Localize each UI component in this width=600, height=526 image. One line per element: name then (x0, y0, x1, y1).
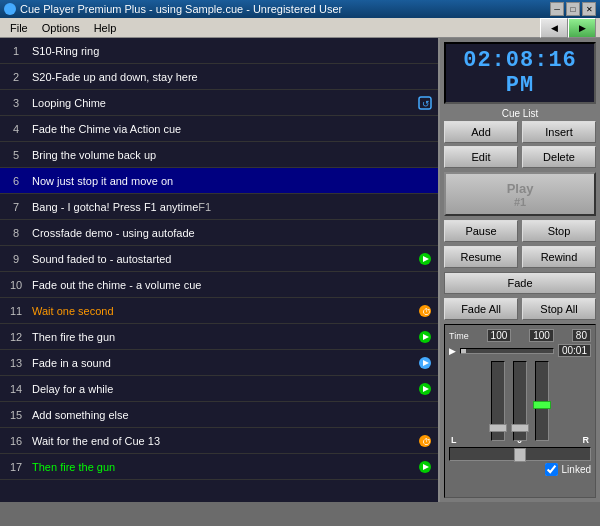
pause-button[interactable]: Pause (444, 220, 518, 242)
cue-row[interactable]: 10Fade out the chime - a volume cue (0, 272, 438, 298)
cue-number: 6 (0, 175, 28, 187)
cue-text: Add something else (28, 409, 416, 421)
cue-row[interactable]: 2S20-Fade up and down, stay here (0, 64, 438, 90)
clock-display: 02:08:16 PM (444, 42, 596, 104)
main-content: 1S10-Ring ring2S20-Fade up and down, sta… (0, 38, 600, 502)
cue-row[interactable]: 15Add something else (0, 402, 438, 428)
cue-text: Then fire the gun (28, 331, 416, 343)
play-button[interactable]: Play #1 (444, 172, 596, 216)
add-button[interactable]: Add (444, 121, 518, 143)
vol-slider-2[interactable] (513, 361, 527, 441)
insert-button[interactable]: Insert (522, 121, 596, 143)
cue-icon (416, 68, 434, 86)
cue-row[interactable]: 17Then fire the gun (0, 454, 438, 480)
cue-row[interactable]: 12Then fire the gun (0, 324, 438, 350)
cue-list-label: Cue List (444, 108, 596, 119)
cue-row[interactable]: 14Delay for a while (0, 376, 438, 402)
volume-sliders (449, 361, 591, 431)
title-text: Cue Player Premium Plus - using Sample.c… (20, 3, 342, 15)
cue-row[interactable]: 11Wait one second⏱ (0, 298, 438, 324)
time-val1: 100 (487, 329, 512, 342)
title-bar: Cue Player Premium Plus - using Sample.c… (0, 0, 600, 18)
minimize-button[interactable]: ─ (550, 2, 564, 16)
cue-number: 1 (0, 45, 28, 57)
transport-play[interactable]: ▶ (568, 18, 596, 38)
cue-text: S20-Fade up and down, stay here (28, 71, 416, 83)
time-row: Time 100 100 80 (449, 329, 591, 342)
cue-number: 5 (0, 149, 28, 161)
svg-text:⏱: ⏱ (422, 437, 431, 447)
left-label: L (451, 435, 457, 445)
cue-icon (416, 406, 434, 424)
cue-list-panel: 1S10-Ring ring2S20-Fade up and down, sta… (0, 38, 440, 502)
cue-row[interactable]: 8Crossfade demo - using autofade (0, 220, 438, 246)
close-button[interactable]: ✕ (582, 2, 596, 16)
cue-icon: ⏱ (416, 432, 434, 450)
cue-row[interactable]: 13Fade in a sound (0, 350, 438, 376)
cue-icon: ↺ (416, 94, 434, 112)
cue-number: 13 (0, 357, 28, 369)
vol-slider-1[interactable] (491, 361, 505, 441)
cue-icon (416, 198, 434, 216)
fade-all-button[interactable]: Fade All (444, 298, 518, 320)
stop-all-button[interactable]: Stop All (522, 298, 596, 320)
menu-help[interactable]: Help (88, 21, 123, 35)
linked-label: Linked (562, 464, 591, 475)
cue-number: 3 (0, 97, 28, 109)
right-label: R (582, 435, 589, 445)
cue-number: 9 (0, 253, 28, 265)
svg-text:↺: ↺ (422, 99, 430, 109)
svg-text:⏱: ⏱ (422, 307, 431, 317)
window-controls: ─ □ ✕ (550, 2, 596, 16)
time-progress-bar[interactable] (460, 348, 554, 354)
transport-back[interactable]: ◀ (540, 18, 568, 38)
fade-button[interactable]: Fade (444, 272, 596, 294)
app-icon (4, 3, 16, 15)
cue-row[interactable]: 5Bring the volume back up (0, 142, 438, 168)
cue-icon (416, 276, 434, 294)
play-row: Play #1 (444, 172, 596, 216)
cue-row[interactable]: 7Bang - I gotcha! Press F1 anytimeF1 (0, 194, 438, 220)
cue-row[interactable]: 9Sound faded to - autostarted (0, 246, 438, 272)
cue-icon (416, 172, 434, 190)
cue-number: 14 (0, 383, 28, 395)
menu-file[interactable]: File (4, 21, 34, 35)
time-val2: 100 (529, 329, 554, 342)
linked-checkbox[interactable] (545, 463, 558, 476)
fade-row: Fade (444, 272, 596, 294)
cue-text: Wait for the end of Cue 13 (28, 435, 416, 447)
vol-slider-3[interactable] (535, 361, 549, 441)
cue-row[interactable]: 1S10-Ring ring (0, 38, 438, 64)
right-panel: 02:08:16 PM Cue List Add Insert Edit Del… (440, 38, 600, 502)
cue-management-row2: Edit Delete (444, 146, 596, 168)
cue-number: 10 (0, 279, 28, 291)
cue-list-controls: Cue List Add Insert Edit Delete (444, 108, 596, 168)
vol-slider-3-wrap (535, 361, 549, 441)
edit-button[interactable]: Edit (444, 146, 518, 168)
cue-row[interactable]: 4Fade the Chime via Action cue (0, 116, 438, 142)
cue-number: 11 (0, 305, 28, 317)
linked-row: Linked (449, 463, 591, 476)
cue-row[interactable]: 3Looping Chime↺ (0, 90, 438, 116)
vol-slider-2-wrap (513, 361, 527, 441)
cue-number: 8 (0, 227, 28, 239)
time-val3: 80 (572, 329, 591, 342)
fade-stop-row: Fade All Stop All (444, 298, 596, 320)
rewind-button[interactable]: Rewind (522, 246, 596, 268)
cue-row[interactable]: 6Now just stop it and move on (0, 168, 438, 194)
maximize-button[interactable]: □ (566, 2, 580, 16)
cue-management-row1: Add Insert (444, 121, 596, 143)
cue-icon (416, 224, 434, 242)
cue-text: Fade the Chime via Action cue (28, 123, 416, 135)
menu-options[interactable]: Options (36, 21, 86, 35)
delete-button[interactable]: Delete (522, 146, 596, 168)
resume-button[interactable]: Resume (444, 246, 518, 268)
cue-number: 17 (0, 461, 28, 473)
cue-row[interactable]: 16Wait for the end of Cue 13⏱ (0, 428, 438, 454)
cue-icon (416, 250, 434, 268)
pan-slider[interactable] (449, 447, 591, 461)
transport-row2: Resume Rewind (444, 246, 596, 268)
cue-text: Looping Chime (28, 97, 416, 109)
stop-button[interactable]: Stop (522, 220, 596, 242)
cue-icon (416, 328, 434, 346)
